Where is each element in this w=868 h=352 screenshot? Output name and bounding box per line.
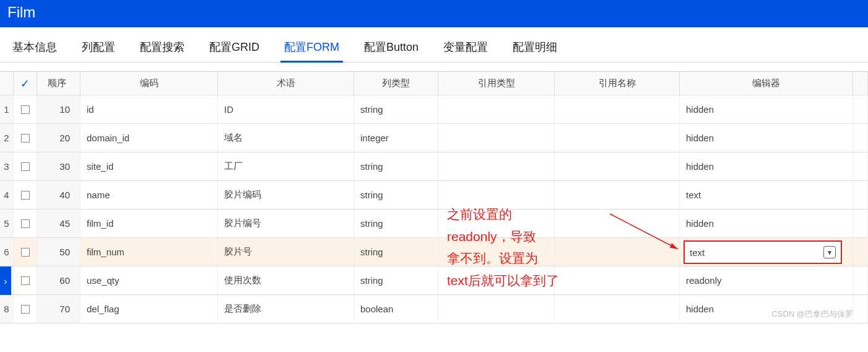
cell-seq[interactable]: 40 bbox=[37, 181, 80, 209]
checkbox-icon[interactable] bbox=[21, 219, 30, 228]
table-row[interactable]: 220domain_id域名integerhidden bbox=[0, 124, 868, 152]
cell-refname[interactable] bbox=[555, 209, 680, 237]
col-header-check[interactable]: ✓ bbox=[14, 72, 37, 95]
cell-term[interactable]: 使用次数 bbox=[218, 266, 354, 294]
cell-code[interactable]: domain_id bbox=[80, 124, 218, 152]
cell-type[interactable]: string bbox=[354, 266, 438, 294]
cell-type[interactable]: string bbox=[354, 181, 438, 209]
table-row[interactable]: 650film_num胶片号stringtext▼ bbox=[0, 238, 868, 266]
cell-code[interactable]: name bbox=[80, 181, 218, 209]
cell-editor[interactable]: hidden bbox=[680, 95, 853, 123]
cell-type[interactable]: boolean bbox=[354, 295, 438, 323]
table-row[interactable]: 440name胶片编码stringtext bbox=[0, 181, 868, 209]
cell-term[interactable]: ID bbox=[218, 95, 354, 123]
cell-editor[interactable]: hidden bbox=[680, 209, 853, 237]
cell-code[interactable]: site_id bbox=[80, 152, 218, 180]
cell-editor[interactable]: hidden bbox=[680, 152, 853, 180]
col-header-end bbox=[853, 72, 868, 95]
cell-code[interactable]: use_qty bbox=[80, 266, 218, 294]
row-checkbox-cell[interactable] bbox=[14, 238, 37, 266]
cell-seq[interactable]: 20 bbox=[37, 124, 80, 152]
cell-seq[interactable]: 30 bbox=[37, 152, 80, 180]
col-header-seq[interactable]: 顺序 bbox=[37, 72, 80, 95]
cell-term[interactable]: 是否删除 bbox=[218, 295, 354, 323]
row-checkbox-cell[interactable] bbox=[14, 181, 37, 209]
cell-refname[interactable] bbox=[555, 124, 680, 152]
cell-type[interactable]: integer bbox=[354, 124, 438, 152]
cell-reftype[interactable] bbox=[438, 95, 555, 123]
cell-editor[interactable]: text▼ bbox=[680, 238, 853, 266]
cell-reftype[interactable] bbox=[438, 266, 555, 294]
cell-term[interactable]: 工厂 bbox=[218, 152, 354, 180]
row-checkbox-cell[interactable] bbox=[14, 152, 37, 180]
cell-type[interactable]: string bbox=[354, 152, 438, 180]
checkbox-icon[interactable] bbox=[21, 162, 30, 171]
checkbox-icon[interactable] bbox=[21, 134, 30, 143]
row-index: 1 bbox=[0, 95, 14, 123]
chevron-down-icon[interactable]: ▼ bbox=[823, 246, 836, 258]
cell-type[interactable]: string bbox=[354, 238, 438, 266]
checkbox-icon[interactable] bbox=[21, 191, 30, 200]
tab-basic-info[interactable]: 基本信息 bbox=[11, 36, 58, 62]
table-row[interactable]: 330site_id工厂stringhidden bbox=[0, 152, 868, 181]
row-checkbox-cell[interactable] bbox=[14, 295, 37, 323]
cell-seq[interactable]: 60 bbox=[37, 266, 80, 294]
col-header-code[interactable]: 编码 bbox=[80, 72, 218, 95]
cell-code[interactable]: id bbox=[80, 95, 218, 123]
row-checkbox-cell[interactable] bbox=[14, 124, 37, 152]
cell-reftype[interactable] bbox=[438, 209, 555, 237]
tab-search-config[interactable]: 配置搜索 bbox=[139, 36, 186, 62]
cell-seq[interactable]: 45 bbox=[37, 209, 80, 237]
col-header-editor[interactable]: 编辑器 bbox=[680, 72, 853, 95]
cell-refname[interactable] bbox=[555, 295, 680, 323]
table-row[interactable]: 60use_qty使用次数stringreadonly bbox=[0, 266, 868, 295]
cell-term[interactable]: 胶片号 bbox=[218, 238, 354, 266]
checkbox-icon[interactable] bbox=[21, 248, 30, 257]
cell-type[interactable]: string bbox=[354, 209, 438, 237]
tab-grid-config[interactable]: 配置GRID bbox=[208, 36, 261, 62]
cell-refname[interactable] bbox=[555, 95, 680, 123]
cell-reftype[interactable] bbox=[438, 124, 555, 152]
cell-seq[interactable]: 10 bbox=[37, 95, 80, 123]
cell-editor[interactable]: hidden bbox=[680, 124, 853, 152]
editor-dropdown[interactable]: text▼ bbox=[684, 240, 842, 264]
table-row[interactable]: 110idIDstringhidden bbox=[0, 95, 868, 124]
cell-reftype[interactable] bbox=[438, 181, 555, 209]
row-checkbox-cell[interactable] bbox=[14, 266, 37, 294]
checkbox-icon[interactable] bbox=[21, 105, 30, 114]
col-header-reftype[interactable]: 引用类型 bbox=[438, 72, 555, 95]
tab-button-config[interactable]: 配置Button bbox=[363, 36, 420, 62]
cell-editor[interactable]: readonly bbox=[680, 266, 853, 294]
col-header-type[interactable]: 列类型 bbox=[354, 72, 438, 95]
cell-term[interactable]: 胶片编码 bbox=[218, 181, 354, 209]
page-title: Film bbox=[7, 4, 35, 20]
cell-editor[interactable]: text bbox=[680, 181, 853, 209]
cell-reftype[interactable] bbox=[438, 152, 555, 180]
cell-refname[interactable] bbox=[555, 238, 680, 266]
cell-reftype[interactable] bbox=[438, 295, 555, 323]
table-row[interactable]: 545film_id胶片编号stringhidden bbox=[0, 209, 868, 238]
tab-variable-config[interactable]: 变量配置 bbox=[442, 36, 489, 62]
cell-term[interactable]: 胶片编号 bbox=[218, 209, 354, 237]
row-checkbox-cell[interactable] bbox=[14, 209, 37, 237]
cell-refname[interactable] bbox=[555, 152, 680, 180]
cell-code[interactable]: film_id bbox=[80, 209, 218, 237]
cell-seq[interactable]: 50 bbox=[37, 238, 80, 266]
table-row[interactable]: 870del_flag是否删除booleanhidden bbox=[0, 295, 868, 323]
col-header-refname[interactable]: 引用名称 bbox=[555, 72, 680, 95]
cell-code[interactable]: del_flag bbox=[80, 295, 218, 323]
tab-form-config[interactable]: 配置FORM bbox=[283, 36, 341, 62]
cell-refname[interactable] bbox=[555, 181, 680, 209]
cell-term[interactable]: 域名 bbox=[218, 124, 354, 152]
cell-code[interactable]: film_num bbox=[80, 238, 218, 266]
cell-refname[interactable] bbox=[555, 266, 680, 294]
cell-seq[interactable]: 70 bbox=[37, 295, 80, 323]
tab-column-config[interactable]: 列配置 bbox=[80, 36, 116, 62]
tab-detail-config[interactable]: 配置明细 bbox=[511, 36, 558, 62]
checkbox-icon[interactable] bbox=[21, 276, 30, 285]
col-header-term[interactable]: 术语 bbox=[218, 72, 354, 95]
cell-reftype[interactable] bbox=[438, 238, 555, 266]
checkbox-icon[interactable] bbox=[21, 305, 30, 314]
row-checkbox-cell[interactable] bbox=[14, 95, 37, 123]
cell-type[interactable]: string bbox=[354, 95, 438, 123]
